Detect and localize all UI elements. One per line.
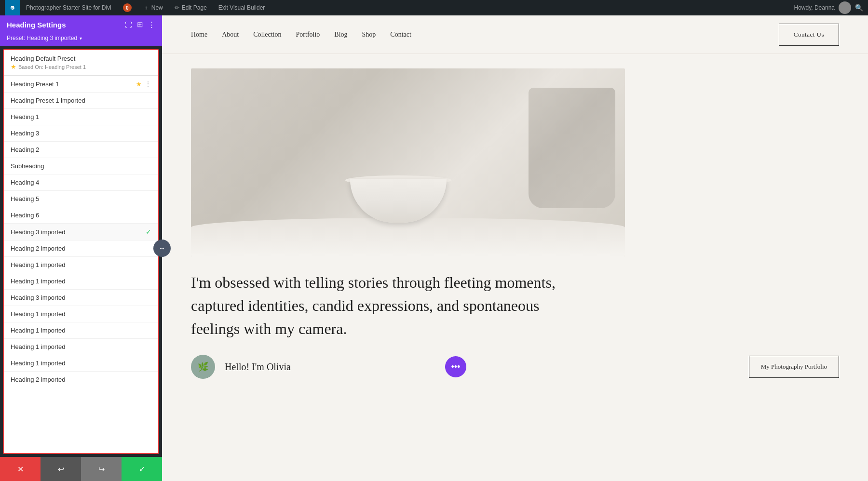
panel-icons: ⛶ ⊞ ⋮ [125,20,155,29]
preset-item[interactable]: Subheading [4,158,158,174]
cloth-decoration [529,88,615,208]
portfolio-button[interactable]: My Photography Portfolio [749,356,839,378]
nav-home[interactable]: Home [191,31,207,39]
preset-item-name: Heading 2 imported [11,376,65,383]
more-icon: ••• [451,362,460,372]
preset-item[interactable]: Heading 1 imported [4,257,158,273]
preset-item[interactable]: Heading Preset 1 imported [4,93,158,109]
preset-item-name: Heading 2 [11,146,39,153]
preset-item-name: Heading 1 imported [11,278,65,285]
profile-section: 🌿 Hello! I'm Olivia ••• My Photography P… [162,350,868,384]
more-options-icon[interactable]: ⋮ [148,20,155,29]
based-on-row: ★ Based On: Heading Preset 1 [11,63,151,70]
preset-item-name: Heading 3 imported [11,228,65,236]
preset-item-name: Heading 6 [11,212,39,219]
pencil-icon: ✏ [175,4,179,11]
preset-item[interactable]: Heading 4 [4,174,158,191]
preset-item-name: Heading 1 [11,113,39,120]
new-icon: ＋ [143,4,149,12]
site-name-text: Photographer Starter Site for Divi [26,4,111,11]
panel-header: Heading Settings ⛶ ⊞ ⋮ [0,15,162,34]
preset-item-name: Heading 1 imported [11,327,65,334]
sidebar-toolbar: ✕ ↩ ↪ ✓ [0,457,162,481]
exit-builder-bar[interactable]: Exit Visual Builder [213,0,271,15]
search-icon[interactable]: 🔍 [855,4,863,12]
howdy-text: Howdy, Deanna [794,4,835,11]
fullscreen-icon[interactable]: ⛶ [125,21,132,29]
three-dots-icon[interactable]: ⋮ [145,80,151,88]
preset-item[interactable]: Heading 1 imported [4,355,158,372]
preset-bar[interactable]: Preset: Heading 3 imported ▾ [0,34,162,46]
save-icon: ✓ [139,465,145,474]
preset-item[interactable]: Heading 1 imported [4,273,158,290]
site-name-bar[interactable]: Photographer Starter Site for Divi [20,0,117,15]
hero-image-container [162,54,868,256]
new-bar[interactable]: ＋ New [137,0,169,15]
layout-icon[interactable]: ⊞ [137,20,143,29]
nav-portfolio[interactable]: Portfolio [296,31,320,39]
avatar [839,1,851,14]
preset-item[interactable]: Heading 3 [4,125,158,142]
preset-label: Preset: Heading 3 imported [7,35,77,41]
site-nav: Home About Collection Portfolio Blog Sho… [162,15,868,54]
save-button[interactable]: ✓ [122,457,162,481]
wp-logo[interactable] [5,0,20,15]
preset-item-name: Heading 1 imported [11,310,65,318]
preset-item-name: Heading Preset 1 imported [11,97,85,104]
more-button[interactable]: ••• [445,356,466,377]
comment-count: 0 [123,3,132,12]
preset-item[interactable]: Heading 1 [4,109,158,125]
preset-item[interactable]: Heading 3 imported [4,290,158,306]
drag-handle[interactable]: ↔ [153,240,171,257]
redo-button[interactable]: ↪ [81,457,122,481]
star-icon: ★ [136,80,142,88]
close-icon: ✕ [17,465,24,474]
heading-settings-panel: Heading Settings ⛶ ⊞ ⋮ Preset: Heading 3… [0,15,162,481]
comments-bar[interactable]: 0 [117,0,137,15]
preset-item[interactable]: Heading 6 [4,207,158,224]
quote-text: I'm obsessed with telling stories throug… [162,256,596,350]
preset-item-name: Heading 1 imported [11,261,65,268]
bowl-visual [350,179,447,227]
nav-links: Home About Collection Portfolio Blog Sho… [191,31,411,39]
preset-item-name: Heading 4 [11,179,39,186]
undo-button[interactable]: ↩ [41,457,81,481]
nav-collection[interactable]: Collection [253,31,281,39]
preset-item[interactable]: Heading 1 imported [4,322,158,339]
preset-arrow: ▾ [80,36,82,41]
preset-item[interactable]: Heading 2 imported [4,372,158,387]
undo-icon: ↩ [58,465,64,474]
preset-item-name: Heading 3 imported [11,294,65,301]
nav-blog[interactable]: Blog [334,31,347,39]
panel-title: Heading Settings [7,21,66,29]
hero-image [191,68,625,256]
preset-item[interactable]: Heading 1 imported [4,339,158,355]
preset-item[interactable]: Heading Preset 1★⋮ [4,76,158,93]
preset-item[interactable]: Heading 3 imported✓ [4,224,158,240]
preset-item[interactable]: Heading 2 [4,142,158,158]
website-preview: Home About Collection Portfolio Blog Sho… [162,15,868,481]
preset-item-name: Heading 1 imported [11,343,65,350]
preset-item-name: Heading Preset 1 [11,80,59,88]
preset-item[interactable]: Heading 2 imported [4,240,158,257]
default-preset-name: Heading Default Preset [11,55,151,62]
check-icon: ✓ [146,228,151,236]
avatar: 🌿 [191,355,215,379]
contact-us-button[interactable]: Contact Us [779,24,839,46]
preset-item-name: Heading 3 [11,130,39,137]
based-on-text: Based On: Heading Preset 1 [18,64,86,70]
preset-item-name: Heading 1 imported [11,360,65,367]
preset-items: Heading Preset 1★⋮Heading Preset 1 impor… [4,76,158,387]
nav-contact[interactable]: Contact [390,31,411,39]
preset-item-name: Heading 2 imported [11,245,65,252]
preset-item-name: Subheading [11,162,44,170]
preset-item[interactable]: Heading 5 [4,191,158,207]
nav-shop[interactable]: Shop [362,31,376,39]
admin-bar: Photographer Starter Site for Divi 0 ＋ N… [0,0,868,15]
default-preset-item[interactable]: Heading Default Preset ★ Based On: Headi… [4,50,158,76]
close-button[interactable]: ✕ [0,457,41,481]
preset-item-name: Heading 5 [11,195,39,202]
preset-item[interactable]: Heading 1 imported [4,306,158,322]
nav-about[interactable]: About [222,31,239,39]
edit-page-bar[interactable]: ✏ Edit Page [169,0,213,15]
